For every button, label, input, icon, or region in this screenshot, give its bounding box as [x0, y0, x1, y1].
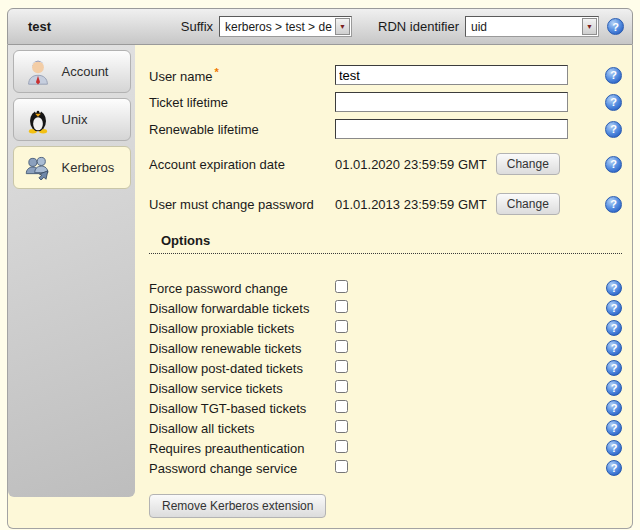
change-expiration-button[interactable]: Change: [496, 153, 560, 175]
help-icon[interactable]: ?: [606, 360, 622, 376]
disallow-forwardable-checkbox[interactable]: [335, 300, 348, 313]
options-heading: Options: [161, 233, 210, 248]
suffix-label: Suffix: [181, 19, 213, 34]
sidebar: Account Unix: [8, 45, 135, 497]
change-password-date-button[interactable]: Change: [496, 193, 560, 215]
option-row-disallow-proxiable: Disallow proxiable tickets ?: [149, 318, 622, 338]
help-icon[interactable]: ?: [606, 460, 622, 476]
remove-kerberos-extension-button[interactable]: Remove Kerberos extension: [149, 494, 326, 518]
rdn-label: RDN identifier: [378, 19, 459, 34]
option-row-requires-preauth: Requires preauthentication ?: [149, 438, 622, 458]
dropdown-arrow-icon[interactable]: ▼: [335, 18, 350, 35]
help-icon[interactable]: ?: [605, 67, 622, 84]
disallow-renewable-checkbox[interactable]: [335, 340, 348, 353]
help-icon[interactable]: ?: [605, 94, 622, 111]
help-icon[interactable]: ?: [605, 196, 622, 213]
force-password-change-checkbox[interactable]: [335, 280, 348, 293]
options-section-divider: Options: [149, 233, 622, 254]
help-icon[interactable]: ?: [606, 440, 622, 456]
rdn-select[interactable]: uid ▼: [465, 16, 599, 37]
help-icon[interactable]: ?: [606, 400, 622, 416]
account-expiration-row: Account expiration date 01.01.2020 23:59…: [149, 153, 622, 175]
tab-unix-label: Unix: [62, 112, 88, 127]
tab-kerberos-label: Kerberos: [62, 160, 115, 175]
help-icon[interactable]: ?: [606, 340, 622, 356]
password-change-service-checkbox[interactable]: [335, 460, 348, 473]
password-change-date-row: User must change password 01.01.2013 23:…: [149, 193, 622, 215]
renewable-lifetime-input[interactable]: [335, 119, 568, 139]
option-row-force-password-change: Force password change ?: [149, 278, 622, 298]
kerberos-form: User name* ? Ticket lifetime ? Renewable…: [135, 45, 632, 528]
options-list: Force password change ? Disallow forward…: [149, 278, 622, 478]
username-row: User name* ?: [149, 65, 622, 85]
disallow-proxiable-checkbox[interactable]: [335, 320, 348, 333]
account-expiration-label: Account expiration date: [149, 157, 335, 172]
header-bar: test Suffix kerberos > test > de ▼ RDN i…: [7, 8, 633, 45]
ticket-lifetime-row: Ticket lifetime ?: [149, 92, 622, 112]
tab-account[interactable]: Account: [13, 50, 131, 93]
help-icon[interactable]: ?: [606, 320, 622, 336]
help-icon[interactable]: ?: [606, 300, 622, 316]
password-change-date-label: User must change password: [149, 197, 335, 212]
suffix-group: Suffix kerberos > test > de ▼: [181, 16, 352, 37]
tab-kerberos[interactable]: Kerberos: [13, 146, 131, 189]
help-icon[interactable]: ?: [606, 420, 622, 436]
username-input[interactable]: [335, 65, 568, 85]
option-row-disallow-tgt-based: Disallow TGT-based tickets ?: [149, 398, 622, 418]
suffix-select-value: kerberos > test > de: [220, 20, 335, 34]
tab-account-label: Account: [62, 64, 109, 79]
disallow-tgt-based-checkbox[interactable]: [335, 400, 348, 413]
page: test Suffix kerberos > test > de ▼ RDN i…: [7, 8, 633, 529]
account-expiration-value: 01.01.2020 23:59:59 GMT: [335, 157, 487, 172]
option-row-disallow-postdated: Disallow post-dated tickets ?: [149, 358, 622, 378]
tux-icon: [23, 105, 53, 135]
content-area: Account Unix: [7, 45, 633, 529]
help-icon[interactable]: ?: [607, 18, 624, 35]
disallow-postdated-checkbox[interactable]: [335, 360, 348, 373]
rdn-group: RDN identifier uid ▼: [378, 16, 599, 37]
username-label: User name*: [149, 66, 335, 84]
option-row-disallow-forwardable: Disallow forwardable tickets ?: [149, 298, 622, 318]
option-row-disallow-all-tickets: Disallow all tickets ?: [149, 418, 622, 438]
renewable-lifetime-label: Renewable lifetime: [149, 122, 335, 137]
rdn-select-value: uid: [466, 20, 582, 34]
disallow-all-tickets-checkbox[interactable]: [335, 420, 348, 433]
dropdown-arrow-icon[interactable]: ▼: [582, 18, 597, 35]
user-icon: [23, 57, 53, 87]
help-icon[interactable]: ?: [605, 121, 622, 138]
option-row-disallow-renewable: Disallow renewable tickets ?: [149, 338, 622, 358]
option-row-password-change-service: Password change service ?: [149, 458, 622, 478]
required-asterisk: *: [215, 66, 219, 78]
help-icon[interactable]: ?: [605, 156, 622, 173]
help-icon[interactable]: ?: [606, 280, 622, 296]
ticket-lifetime-input[interactable]: [335, 92, 568, 112]
ticket-lifetime-label: Ticket lifetime: [149, 95, 335, 110]
password-change-date-value: 01.01.2013 23:59:59 GMT: [335, 197, 487, 212]
group-icon: [23, 153, 53, 183]
help-icon[interactable]: ?: [606, 380, 622, 396]
suffix-select[interactable]: kerberos > test > de ▼: [219, 16, 352, 37]
page-title: test: [8, 19, 51, 34]
tab-unix[interactable]: Unix: [13, 98, 131, 141]
option-row-disallow-service: Disallow service tickets ?: [149, 378, 622, 398]
requires-preauth-checkbox[interactable]: [335, 440, 348, 453]
disallow-service-checkbox[interactable]: [335, 380, 348, 393]
renewable-lifetime-row: Renewable lifetime ?: [149, 119, 622, 139]
